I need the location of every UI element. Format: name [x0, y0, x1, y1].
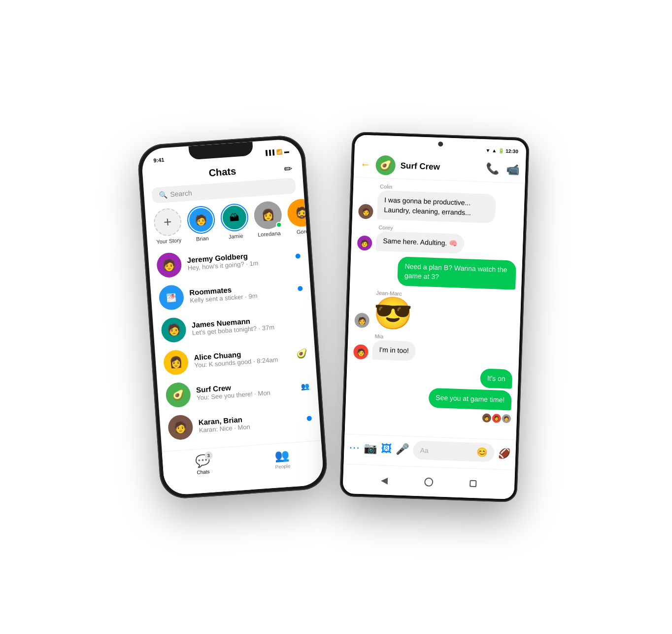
mia-bubble: I'm in too!	[372, 340, 416, 361]
roommates-avatar: 🌁	[158, 284, 184, 311]
messages-area: 🧑 Colin I was gonna be productive... Lau…	[345, 177, 525, 440]
nav-people-icon: 👥	[274, 448, 290, 463]
msg-colin: 🧑 Colin I was gonna be productive... Lau…	[358, 183, 519, 224]
jean-marc-avatar: 🧑	[354, 313, 370, 328]
plan-b-content: Need a plan B? Wanna watch the game at 3…	[397, 256, 516, 290]
loredana-story-label: Loredana	[258, 230, 281, 238]
see-you-content: See you at game time!	[429, 388, 512, 410]
back-button[interactable]: ←	[360, 158, 371, 172]
emoji-button[interactable]: 😊	[476, 447, 488, 458]
android-time: 12:30	[505, 148, 518, 154]
input-placeholder: Aa	[420, 446, 429, 455]
header-actions: 📞 📹	[486, 162, 520, 176]
your-story-label: Your Story	[156, 237, 182, 245]
jeremy-unread-dot	[295, 253, 301, 259]
mia-avatar: 🧑	[353, 344, 369, 359]
nav-people-label: People	[275, 463, 291, 470]
android-status-icons: ▼ ▲ 🔋 12:30	[485, 147, 518, 154]
story-loredana[interactable]: 👩 Loredana	[253, 201, 283, 238]
alice-emoji-badge: 🥑	[296, 348, 307, 359]
input-bar: ⋯ 📷 🖼 🎤 Aa 😊 🏈	[344, 434, 516, 467]
nav-item-people[interactable]: 👥 People	[274, 448, 291, 470]
iphone-device: 9:41 ▐▐▐ 📶 ▬ Chats ✏ 🔍 Search	[136, 134, 328, 500]
karan-brian-unread-dot	[306, 416, 312, 421]
android-home-button[interactable]	[424, 477, 434, 487]
mia-sender-name: Mia	[374, 333, 416, 341]
jean-marc-sticker: 😎	[373, 297, 413, 330]
add-story-avatar: +	[153, 208, 182, 237]
mia-content: Mia I'm in too!	[372, 333, 416, 361]
story-your-story[interactable]: + Your Story	[153, 208, 183, 245]
android-back-button[interactable]: ◀	[381, 475, 388, 486]
iphone-status-icons: ▐▐▐ 📶 ▬	[264, 148, 289, 156]
corey-bubble: Same here. Adulting. 🧠	[376, 231, 465, 254]
signal-icon: ▐▐▐	[264, 149, 274, 155]
search-icon: 🔍	[159, 191, 168, 199]
android-network-icon: 🔋	[498, 148, 504, 153]
gord-story-label: Gord	[297, 228, 307, 235]
story-jamie[interactable]: 🏔 Jamie	[220, 203, 250, 240]
see-you-bubble: See you at game time!	[429, 388, 512, 410]
msg-corey: 🧑 Corey Same here. Adulting. 🧠	[357, 224, 518, 256]
james-avatar: 🧑	[161, 317, 187, 343]
iphone-screen: 9:41 ▐▐▐ 📶 ▬ Chats ✏ 🔍 Search	[141, 139, 324, 496]
read-receipt-2: 👩	[492, 414, 502, 423]
surf-crew-info: Surf Crew You: See you there! · Mon	[196, 379, 296, 402]
battery-icon: ▬	[284, 148, 289, 154]
nav-item-chats[interactable]: 💬 3 Chats	[195, 454, 211, 475]
chats-title: Chats	[208, 166, 236, 178]
search-placeholder: Search	[170, 189, 192, 198]
karan-brian-avatar: 🧑	[168, 414, 194, 440]
group-name: Surf Crew	[400, 161, 481, 174]
grid-icon[interactable]: ⋯	[349, 441, 360, 455]
video-call-button[interactable]: 📹	[506, 163, 520, 176]
alice-info: Alice Chuang You: K sounds good · 8:24am	[194, 347, 291, 369]
android-recents-button[interactable]	[470, 480, 476, 487]
phone-call-button[interactable]: 📞	[486, 162, 500, 176]
mic-icon[interactable]: 🎤	[396, 443, 409, 456]
jeremy-avatar: 🧑	[156, 252, 182, 278]
android-device: ▼ ▲ 🔋 12:30 ← 🥑 Surf Crew 📞 📹	[339, 132, 530, 502]
colin-bubble: I was gonna be productive... Laundry, cl…	[377, 190, 496, 224]
colin-content: Colin I was gonna be productive... Laund…	[377, 183, 496, 224]
msg-see-you: See you at game time!	[429, 388, 512, 410]
nav-chats-badge: 3	[204, 452, 213, 460]
plan-b-bubble: Need a plan B? Wanna watch the game at 3…	[397, 256, 516, 290]
roommates-info: Roommates Kelly sent a sticker · 9m	[189, 282, 293, 304]
message-input[interactable]: Aa 😊	[413, 441, 495, 462]
nav-chats-icon: 💬 3	[195, 454, 210, 468]
read-receipt-3: 🧑	[502, 414, 511, 423]
jean-marc-content: Jean-Marc 😎	[373, 290, 414, 330]
james-info: James Nuemann Let's get boba tonight? · …	[191, 313, 305, 337]
read-receipt-1: 🧑	[482, 413, 492, 423]
chat-list: 🧑 Jeremy Goldberg Hey, how's it going? ·…	[148, 239, 321, 445]
android-wifi-icon: ▲	[492, 147, 497, 153]
its-on-content: It's on	[480, 368, 512, 389]
read-receipts: 🧑 👩 🧑	[482, 413, 511, 423]
surf-crew-avatar: 🥑	[165, 382, 191, 408]
surf-crew-emoji-badge: 👥	[301, 382, 310, 390]
jeremy-info: Jeremy Goldberg Hey, how's it going? · 1…	[187, 249, 290, 272]
story-gord[interactable]: 🧔 Gord	[287, 198, 307, 236]
group-avatar: 🥑	[375, 155, 396, 176]
roommates-unread-dot	[298, 286, 303, 291]
msg-its-on: It's on	[480, 368, 512, 389]
compose-icon[interactable]: ✏	[283, 163, 293, 175]
its-on-bubble: It's on	[480, 368, 512, 389]
story-brian[interactable]: 🧑 Brian	[186, 205, 216, 243]
android-signal-icon: ▼	[485, 147, 490, 153]
jamie-story-label: Jamie	[229, 233, 243, 240]
alice-avatar: 👩	[163, 350, 189, 376]
corey-content: Corey Same here. Adulting. 🧠	[376, 224, 465, 254]
android-bottom-nav: ◀	[342, 464, 515, 499]
image-icon[interactable]: 🖼	[381, 442, 392, 456]
colin-avatar: 🧑	[358, 204, 373, 219]
scene: 9:41 ▐▐▐ 📶 ▬ Chats ✏ 🔍 Search	[129, 105, 543, 529]
nav-chats-label: Chats	[197, 469, 210, 475]
msg-jean-marc: 🧑 Jean-Marc 😎	[354, 289, 515, 333]
karan-brian-info: Karan, Brian Karan: Nice · Mon	[198, 411, 302, 434]
wifi-icon: 📶	[276, 149, 282, 155]
gord-story-avatar: 🧔	[287, 198, 307, 228]
football-icon[interactable]: 🏈	[498, 447, 511, 459]
camera-icon[interactable]: 📷	[364, 442, 377, 455]
